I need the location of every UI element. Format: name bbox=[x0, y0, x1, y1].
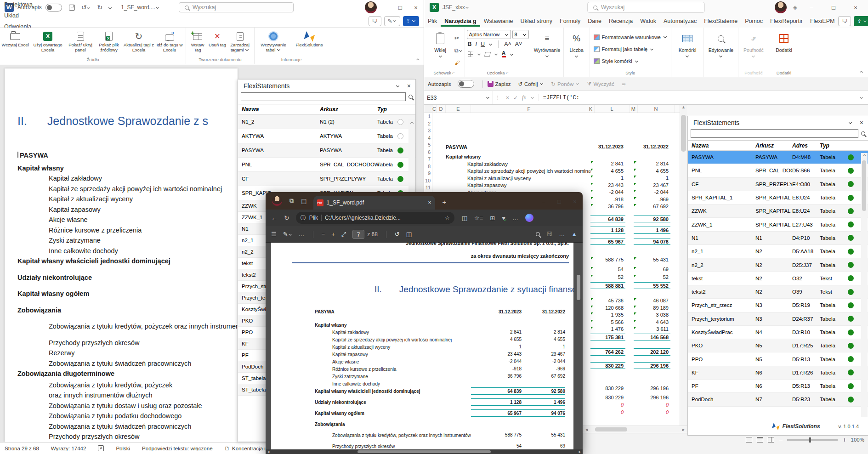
cell-styles-button[interactable]: Style komórki bbox=[594, 57, 667, 66]
panel-collapse-icon[interactable] bbox=[849, 120, 852, 124]
tag-row[interactable]: ZZWK_1 SPR_KAPITAL E27:U43 Tabela bbox=[688, 218, 868, 231]
panel-collapse-icon[interactable] bbox=[396, 84, 399, 87]
tag-row[interactable]: PKO N5 D17:R25 Tabela bbox=[688, 339, 868, 352]
draw-icon[interactable]: ✎ bbox=[283, 231, 292, 238]
excel-ribbon-tab[interactable]: Pomoc bbox=[741, 16, 766, 27]
delete-tag-button[interactable]: ×Usuń tag bbox=[208, 28, 227, 48]
italic-button[interactable]: I bbox=[476, 41, 477, 47]
excel-ribbon-tab[interactable]: Układ strony bbox=[517, 16, 556, 27]
favorite-star-icon[interactable]: ☆ bbox=[445, 215, 450, 221]
use-open-excel-button[interactable]: XUżyj otwartego Excela bbox=[29, 28, 66, 53]
bold-button[interactable]: B bbox=[468, 41, 472, 47]
toolbar-more-icon[interactable]: … bbox=[299, 231, 305, 238]
excel-ribbon-tab[interactable]: Widok bbox=[636, 16, 660, 27]
grid-vertical-scrollbar[interactable]: ▲ bbox=[680, 105, 687, 426]
tag-row[interactable]: Przych_terytorium N3 D24:R37 Tabela bbox=[688, 312, 868, 326]
share-button[interactable]: ⇪ bbox=[403, 16, 419, 26]
language-indicator[interactable]: Polski bbox=[116, 446, 130, 451]
flexisolutions-button[interactable]: FlexiSolutions bbox=[291, 28, 327, 48]
panel-search-input[interactable] bbox=[241, 92, 406, 101]
row-header[interactable]: 4 bbox=[424, 135, 432, 142]
row-header[interactable]: 9 bbox=[424, 170, 432, 177]
redo-icon[interactable]: ↻ bbox=[97, 4, 102, 11]
conditional-formatting-button[interactable]: Formatowanie warunkowe bbox=[594, 32, 667, 42]
pdf-vertical-scrollbar[interactable] bbox=[576, 243, 581, 449]
zoom-slider[interactable] bbox=[787, 439, 838, 441]
zoom-level[interactable]: 100% bbox=[851, 437, 864, 443]
excel-ribbon-tab[interactable]: FlexiStateme bbox=[700, 16, 741, 27]
editing-button[interactable]: Edytowanie bbox=[706, 29, 736, 69]
tag-row[interactable]: AKTYWA AKTYWA Tabela bbox=[238, 129, 415, 143]
zoom-out-icon[interactable]: − bbox=[322, 231, 325, 238]
excel-ribbon-tab[interactable]: FlexiReportir bbox=[766, 16, 806, 27]
more-menu-icon[interactable]: … bbox=[512, 215, 518, 221]
enter-icon[interactable]: ✓ bbox=[513, 95, 518, 101]
refresh-icon[interactable]: ↻ bbox=[284, 214, 289, 221]
panel-search-input[interactable] bbox=[691, 129, 858, 138]
column-header[interactable]: C bbox=[432, 105, 437, 113]
sheet-row[interactable]: Kapitał własny bbox=[432, 153, 687, 161]
undo-button[interactable]: ↺Cofnij bbox=[518, 81, 544, 87]
editing-mode-button[interactable]: ✎ bbox=[384, 16, 400, 26]
column-header[interactable]: K bbox=[587, 105, 595, 113]
row-header[interactable]: 5 bbox=[424, 142, 432, 149]
word-search-box[interactable]: Wyszukaj bbox=[179, 2, 294, 12]
increase-font-button[interactable]: A˄ bbox=[504, 41, 511, 47]
panel-search-icon[interactable] bbox=[408, 95, 413, 99]
search-icon[interactable] bbox=[536, 232, 540, 236]
tag-row[interactable]: ZZWK SPR_KAPITAL E8:U24 Tabela bbox=[688, 204, 868, 218]
normal-view-icon[interactable] bbox=[746, 437, 752, 443]
copilot-icon[interactable] bbox=[525, 214, 533, 222]
manage-tags-button[interactable]: Zarządzaj tagami bbox=[227, 28, 253, 53]
ribbon-collapse-icon[interactable] bbox=[416, 58, 420, 62]
tag-row[interactable]: PF N6 D5:R13 Tabela bbox=[688, 380, 868, 393]
save-button[interactable]: Zapisz bbox=[488, 81, 511, 87]
row-header[interactable]: 8 bbox=[424, 163, 432, 170]
cut-icon[interactable]: ✂ bbox=[454, 35, 463, 41]
tag-row[interactable]: Przych_str_rzecz N3 D5:R19 Tabela bbox=[688, 299, 868, 312]
split-screen-icon[interactable]: ◫ bbox=[462, 215, 467, 221]
format-as-table-button[interactable]: Formatuj jako tabelę bbox=[594, 45, 667, 54]
back-icon[interactable]: ← bbox=[271, 214, 278, 221]
excel-ribbon-tab[interactable]: Automatyzac bbox=[660, 16, 700, 27]
tag-row[interactable]: PASYWA PASYWA D4:M48 Tabela bbox=[688, 151, 868, 164]
tag-row[interactable]: PNL SPR_CAL_DOCHODOW Tabela bbox=[238, 158, 415, 172]
excel-ribbon-tab[interactable]: FlexiEPM bbox=[806, 16, 838, 27]
font-color-icon[interactable]: A bbox=[502, 51, 506, 57]
format-painter-icon[interactable]: 🖌 bbox=[454, 60, 463, 66]
tag-row[interactable]: PodDoch N7 D5:R23 Tabela bbox=[688, 393, 868, 406]
comments-button[interactable]: 🗨 bbox=[838, 16, 851, 26]
addins-button[interactable]: Dodatki bbox=[771, 29, 797, 69]
column-header[interactable]: F bbox=[471, 105, 587, 113]
formula-expand-icon[interactable] bbox=[860, 96, 863, 99]
zoom-in-icon[interactable]: + bbox=[331, 231, 335, 238]
page-indicator[interactable]: Strona 29 z 68 bbox=[5, 446, 39, 451]
row-header[interactable]: 11 bbox=[424, 184, 432, 192]
tag-row[interactable]: tekst N2 O32 Tekst bbox=[688, 272, 868, 285]
word-count[interactable]: Wyrazy: 17442 bbox=[51, 446, 86, 451]
row-header[interactable]: 10 bbox=[424, 177, 432, 185]
tag-row[interactable]: KosztyŚwiadPrac N4 D3:R10 Tabela bbox=[688, 326, 868, 339]
title-chevron-icon[interactable] bbox=[156, 5, 159, 8]
panel-close-icon[interactable]: × bbox=[860, 119, 863, 126]
address-field[interactable]: ⓘ Plik C:/Users/Agnieszka.Dziedzie... ☆ bbox=[296, 212, 454, 224]
tag-row[interactable]: N1_2 N1 (2) Tabela bbox=[238, 115, 415, 129]
avatar[interactable] bbox=[365, 1, 377, 13]
workspaces-icon[interactable]: ⧉ bbox=[289, 197, 294, 204]
cancel-icon[interactable]: × bbox=[506, 95, 509, 101]
row-header[interactable]: 2 bbox=[424, 120, 432, 128]
row-header[interactable]: 6 bbox=[424, 149, 432, 156]
update-tags-button[interactable]: ↻Aktualizuj tagi z Excela bbox=[123, 28, 154, 53]
text-predictions[interactable]: Podpowiedzi tekstu: włączone bbox=[142, 446, 212, 451]
page-break-view-icon[interactable] bbox=[768, 437, 774, 443]
tag-row[interactable]: PPO N5 D5:R13 Tabela bbox=[688, 352, 868, 366]
insert-function-icon[interactable]: fx bbox=[522, 94, 526, 101]
borders-icon[interactable] bbox=[468, 51, 473, 57]
tag-row[interactable]: PNL SPR_CAL_DOCHODOW D5:S66 Tabela bbox=[688, 164, 868, 177]
fill-color-icon[interactable] bbox=[484, 52, 491, 57]
browser-essentials-icon[interactable]: ♥✓ bbox=[502, 215, 505, 221]
tag-row[interactable]: CF SPR_PRZEPLYWY Tabela bbox=[238, 172, 415, 186]
excel-ribbon-tab[interactable]: Dane bbox=[584, 16, 605, 27]
toggle-panel-button[interactable]: Pokaż/ ukryj panel bbox=[66, 28, 95, 53]
autosave-toggle[interactable] bbox=[45, 4, 62, 11]
